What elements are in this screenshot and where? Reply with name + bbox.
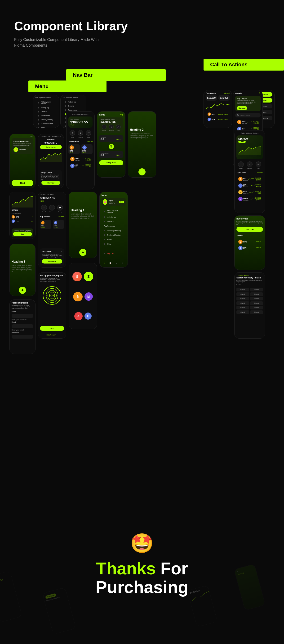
menu-screen-1: Add payment method Add payment method Ac…: [33, 95, 59, 128]
receive-chart: [40, 150, 62, 162]
heading2-title: Heading 2: [130, 128, 154, 132]
fingerprint-icon: [40, 286, 64, 305]
receive-title: Receive: [40, 138, 62, 141]
email-field[interactable]: [12, 324, 33, 328]
tilted-screen-1: Assets $309567.55: [0, 570, 22, 622]
large-wallet-screen: Wallet Address: 0xd8c... $16,000 +4.55 ↑…: [234, 130, 265, 213]
swap-action[interactable]: ⇄ Swap: [86, 130, 91, 138]
network-sol-icon: S: [72, 272, 82, 281]
nav-menu[interactable]: ☰: [122, 262, 123, 264]
nav-home[interactable]: ⌂: [104, 262, 105, 264]
personal-details-title: Personal Details: [12, 302, 33, 304]
heading3-plus-btn[interactable]: +: [19, 287, 26, 294]
top-assets-chart: [206, 102, 230, 112]
biometric-subtitle: Lorem ipsum dolor sit amet, consectetur …: [40, 278, 64, 282]
menu-label: Menu: [28, 80, 106, 92]
buy-crypto-3-subtitle: Lorem ipsum dolor sit amet, consectetur …: [236, 221, 263, 225]
check-4[interactable]: Check: [250, 292, 263, 296]
assets-search-placeholder[interactable]: Search Token: [240, 114, 250, 116]
call-to-actions-label: Call To Actions: [204, 59, 284, 70]
biometric-setup-screen: Set up your fingerprint Lorem ipsum dolo…: [38, 272, 66, 338]
buy-crypto-1-subtitle: Lorem ipsum dolor sit amet, consectetur …: [42, 174, 60, 180]
check-9[interactable]: Check: [236, 306, 249, 310]
heading3-subtitle: Lorem ipsum dolor sit amet, consectetur …: [12, 264, 33, 273]
check-11[interactable]: Check: [236, 310, 249, 314]
personal-details-subtitle: Lorem ipsum dolor sit amet, consectetur …: [12, 305, 33, 309]
menu-full-screen: Menu 👛 Wallet 0x4a7... abc00F ✎ List Add…: [100, 192, 128, 268]
check-8[interactable]: Check: [250, 302, 263, 305]
biometric-next-btn[interactable]: Next: [40, 326, 64, 331]
top-assets-amount2: $16,000: [220, 96, 228, 99]
email-placeholder: Enter your email: [12, 329, 33, 331]
check-5[interactable]: Check: [236, 297, 249, 300]
tilted-screen-4: $309567.55: [187, 585, 218, 627]
swap-screen: Swap Skip Wallet Address: 0xd8c... $3095…: [97, 111, 126, 178]
secret-recovery-title: Secret Recovery Phrase: [236, 276, 263, 279]
wallet-amount-2: $309567.55: [40, 196, 64, 200]
bottom-overlay: Assets $309567.55 ✓ Verified Continue Lo…: [0, 478, 284, 644]
network-eth-icon: Ξ: [84, 272, 93, 281]
heading2-screen: Heading 2 Lorem ipsum dolor sit amet, co…: [128, 111, 156, 178]
buy-crypto-1-btn[interactable]: Buy now: [42, 181, 60, 185]
check-2[interactable]: Check: [250, 288, 263, 292]
receive-action[interactable]: ↓ Receive: [78, 130, 83, 138]
receive-amount: 0.0636 BTC: [40, 142, 62, 144]
network-avax-icon: A: [74, 312, 82, 320]
page-title: Component Library: [14, 19, 284, 33]
network-matic-icon: M: [84, 292, 93, 301]
biometric-title: Set up your fingerprint: [40, 274, 64, 277]
name-label: Name: [12, 311, 33, 312]
nav-swap[interactable]: ⇄: [116, 262, 117, 264]
name-field[interactable]: [12, 314, 33, 318]
check-6[interactable]: Check: [250, 297, 263, 300]
password-field[interactable]: [12, 335, 33, 338]
biometric-skip[interactable]: Skip for now →: [46, 334, 58, 336]
check-3[interactable]: Check: [236, 292, 249, 296]
name-placeholder: Enter your full name: [12, 319, 33, 320]
crypto-network-screen: S Ξ ₿ M A E: [69, 263, 97, 329]
check-12[interactable]: Check: [250, 310, 263, 314]
tilted-screen-2: ✓ Verified: [234, 564, 266, 610]
heading1-title: Heading 1: [71, 208, 95, 212]
secret-recovery-desc: Lorem ipsum dolor sit amet, consectetur …: [236, 280, 263, 282]
nav-chart[interactable]: 📈: [110, 262, 111, 264]
menu-wallet-label: Wallet: [109, 200, 118, 201]
enable-biometric-screen: 9:41 Enable Biometric Lorem ipsum dolor …: [10, 134, 36, 188]
swap-title: Swap: [99, 114, 105, 116]
nav-bar-label: Nav Bar: [66, 69, 166, 81]
top-assets-title: Top Assets: [206, 92, 216, 94]
enable-biometric-btn[interactable]: Next: [12, 180, 33, 186]
heading3-screen: Heading 3 Lorem ipsum dolor sit amet, co…: [10, 244, 36, 296]
receive-btn[interactable]: Go to market: [40, 145, 62, 149]
swap-skip[interactable]: Skip: [120, 114, 123, 116]
check-1[interactable]: Check: [236, 288, 249, 292]
send-action[interactable]: ↑ Send: [70, 130, 75, 138]
top-assets-view-all[interactable]: View all: [224, 92, 230, 94]
buy-crypto-3-title: Buy Crypto: [236, 218, 263, 220]
top-assets-amount1: $16,000: [207, 96, 216, 99]
assets-screen-title: Assets: [235, 92, 242, 94]
page-subtitle: Fully Customizable Component Library Mad…: [14, 37, 109, 48]
top-assets-screen: Top Assets View all $16,000 $16,000 ₿ BT…: [204, 90, 232, 128]
network-eth2-icon: E: [84, 312, 92, 320]
receive-screen: From 01 Jan - 30 Jan 2022 Receive 0.0636…: [38, 134, 64, 188]
heading1-plus-btn[interactable]: +: [79, 249, 86, 256]
check-10[interactable]: Check: [250, 306, 263, 310]
network-btc-icon: ₿: [73, 292, 82, 302]
recovery-phrase-grid: Check Check Check Check Check Check Chec…: [236, 288, 263, 314]
buy-crypto-2-btn[interactable]: Buy now: [42, 259, 62, 264]
heading1-subtitle: Lorem ipsum dolor sit amet, consectetur …: [71, 213, 95, 219]
swap-btn[interactable]: Swap Now: [99, 160, 123, 165]
assets-buy-crypto: Buy Crypto: [237, 97, 259, 100]
header-section: Component Library Fully Customizable Com…: [0, 0, 284, 58]
assets-buy-now-btn[interactable]: Buy now: [237, 106, 247, 110]
heading2-subtitle: Lorem ipsum dolor sit amet, consectetur …: [130, 132, 154, 139]
check-7[interactable]: Check: [236, 302, 249, 305]
portfolio-chart-screen: $250M Portfolio Value ₿ BTC +4.55 Ξ ETH …: [10, 192, 36, 239]
buy-crypto-3-screen: Buy Crypto Lorem ipsum dolor sit amet, c…: [234, 216, 265, 270]
heading2-plus-btn[interactable]: +: [138, 168, 146, 176]
wallet-change: +4.55: [70, 124, 91, 126]
buy-crypto-screen-2: From 01 Jan 2022 $309567.55 +4.55 ↑Send …: [38, 192, 66, 268]
buy-crypto-3-btn[interactable]: Buy now: [236, 227, 263, 232]
buy-crypto-2-title: Buy Crypto: [42, 250, 52, 252]
